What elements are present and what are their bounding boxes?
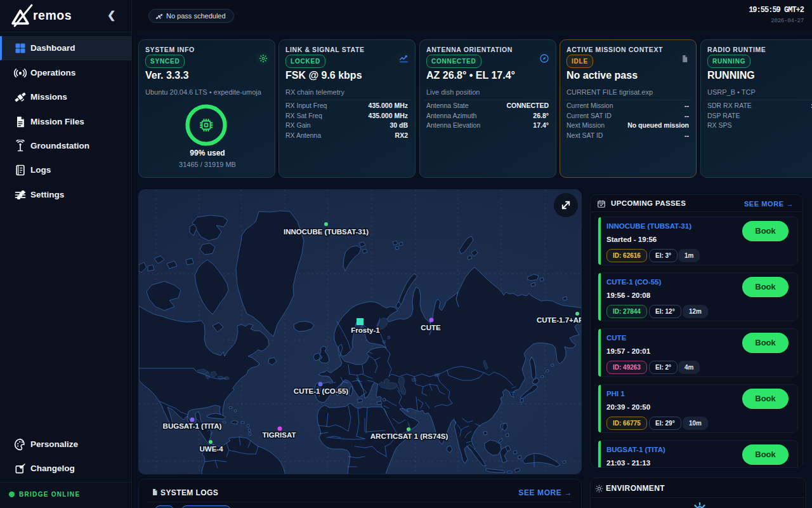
- svg-text:ARCTICSAT 1 (RS74S): ARCTICSAT 1 (RS74S): [370, 432, 449, 440]
- svg-text:UWE-4: UWE-4: [199, 445, 223, 453]
- svg-text:CUTE: CUTE: [421, 324, 441, 331]
- svg-text:Frosty-1: Frosty-1: [351, 326, 380, 334]
- svg-text:BUGSAT-1 (TITA): BUGSAT-1 (TITA): [163, 422, 222, 430]
- svg-text:CUTE-1 (CO-55): CUTE-1 (CO-55): [294, 387, 348, 395]
- svg-text:CUTE-1.7+APD: CUTE-1.7+APD: [537, 316, 582, 324]
- svg-text:TIGRISAT: TIGRISAT: [263, 431, 296, 439]
- svg-text:INNOCUBE (TUBSAT-31): INNOCUBE (TUBSAT-31): [284, 228, 369, 236]
